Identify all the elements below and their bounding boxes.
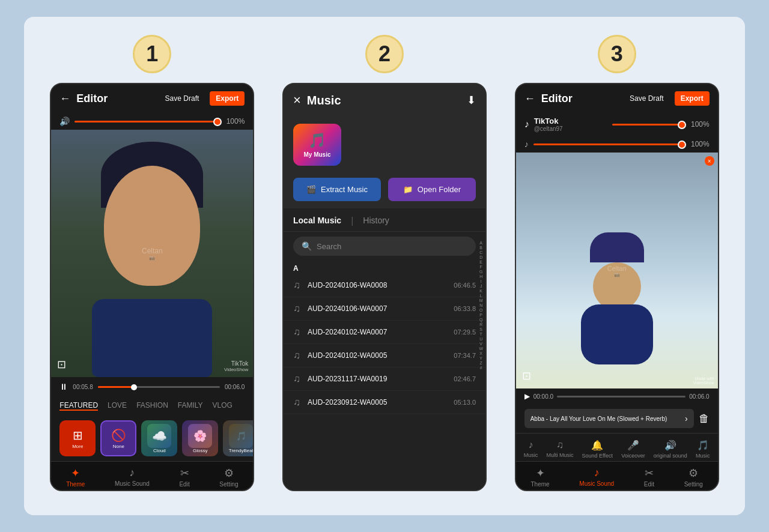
cat-fashion[interactable]: FASHION	[136, 401, 168, 411]
local-tabs: Local Music | History	[284, 208, 485, 232]
tab-divider: |	[351, 216, 353, 226]
timeline-row-3: ▶ 00:00.0 00:06.0	[516, 388, 718, 404]
bottom-nav-1: ✦ Theme ♪ Music Sound ✂ Edit ⚙ Setting	[51, 461, 253, 490]
tool-multi-music[interactable]: ♫ Multi Music	[546, 440, 573, 459]
tiktok-name: TikTok	[534, 116, 608, 125]
close-overlay-icon[interactable]: ×	[705, 156, 714, 166]
save-draft-button-3[interactable]: Save Draft	[625, 92, 669, 105]
sound-effect-icon: 🔔	[591, 440, 603, 451]
volume-row-1: 🔊 100%	[51, 113, 253, 130]
my-music-label: My Music	[303, 151, 330, 158]
music-tile-none[interactable]: 🚫 None	[100, 420, 136, 456]
music-tile-more[interactable]: ⊞ More	[59, 420, 96, 456]
crop-icon-3[interactable]: ⊡	[522, 369, 531, 382]
nav-music-3[interactable]: ♪ Music Sound	[579, 467, 614, 488]
editor-title-1: Editor	[76, 92, 154, 105]
video-preview-1: Celtan 📷 TikTok VideoShow ⊡	[51, 130, 253, 377]
music-item-1[interactable]: ♫ AUD-20240106-WA0008 06:46.5	[284, 274, 485, 297]
tab-local-music[interactable]: Local Music	[293, 216, 341, 226]
main-container: 1 ← Editor Save Draft Export 🔊 100%	[24, 17, 745, 515]
edit-icon-1: ✂	[180, 467, 189, 480]
search-bar[interactable]: 🔍 Search	[293, 237, 476, 256]
timeline-bar-1[interactable]	[98, 386, 220, 388]
music-item-2[interactable]: ♫ AUD-20240106-WA0007 06:33.8	[284, 297, 485, 321]
music-dur-1: 06:46.5	[454, 282, 476, 289]
music-icon-1: ♪	[129, 467, 135, 479]
cat-family[interactable]: FAMILY	[178, 401, 203, 411]
play-button-3[interactable]: ▶	[524, 392, 530, 401]
search-input[interactable]: Search	[317, 242, 341, 251]
song-name-block[interactable]: Abba - Lay All Your Love On Me (Slowed +…	[524, 409, 694, 428]
tool-music[interactable]: ♪ Music	[524, 440, 538, 459]
cat-love[interactable]: LOVE	[108, 401, 127, 411]
tool-voiceover[interactable]: 🎤 Voiceover	[621, 440, 645, 459]
tool-sound-effect[interactable]: 🔔 Sound Effect	[582, 440, 613, 459]
nav-setting-1[interactable]: ⚙ Setting	[219, 467, 238, 488]
close-music-icon[interactable]: ×	[293, 92, 301, 108]
cat-featured[interactable]: FEATURED	[59, 401, 98, 411]
celtan-wm-3: Celtan 📷	[607, 264, 627, 277]
music2-icon: 🎵	[697, 440, 709, 451]
export-button-1[interactable]: Export	[210, 91, 245, 106]
watermark-1: TikTok VideoShow	[224, 360, 248, 372]
back-icon[interactable]: ←	[59, 92, 70, 105]
export-button-3[interactable]: Export	[675, 91, 710, 106]
back-icon-3[interactable]: ←	[524, 92, 535, 105]
nav-theme-1[interactable]: ✦ Theme	[66, 467, 85, 488]
video-area-3: Celtan 📷 × Made withVideoShow ⊡	[516, 153, 718, 388]
time-end-3: 00:06.0	[689, 393, 709, 400]
open-folder-button[interactable]: 📁 Open Folder	[388, 178, 476, 201]
music-name-3: AUD-20240102-WA0007	[308, 328, 446, 336]
cat-vlog[interactable]: VLOG	[213, 401, 233, 411]
tiktok-info: TikTok @celtan97	[534, 116, 608, 132]
snow-baby	[581, 232, 653, 364]
music-vol-slider-3[interactable]	[533, 144, 686, 145]
folder-icon: 📁	[403, 185, 413, 194]
action-buttons: 🎬 Extract Music 📁 Open Folder	[284, 173, 485, 208]
pause-button-1[interactable]: ⏸	[59, 382, 68, 391]
crop-icon-1[interactable]: ⊡	[57, 358, 66, 371]
save-draft-button-1[interactable]: Save Draft	[160, 92, 204, 105]
nav-theme-3[interactable]: ✦ Theme	[531, 467, 550, 488]
music-item-3[interactable]: ♫ AUD-20240102-WA0007 07:29.5	[284, 321, 485, 344]
music-dur-4: 07:34.7	[454, 352, 476, 359]
music-tile-cloud[interactable]: ☁️ Cloud	[141, 420, 177, 456]
section-a-label: A	[284, 261, 485, 274]
music-title: Music	[307, 94, 461, 107]
search-icon: 🔍	[302, 241, 312, 251]
my-music-card[interactable]: 🎵 My Music	[293, 124, 341, 166]
nav-edit-1[interactable]: ✂ Edit	[179, 467, 189, 488]
tab-history[interactable]: History	[363, 216, 389, 226]
step-1-number: 1	[133, 35, 171, 73]
volume-slider-1[interactable]	[74, 121, 221, 122]
nav-edit-3[interactable]: ✂ Edit	[644, 467, 654, 488]
music-note-icon-6: ♫	[293, 397, 300, 408]
video-vol-slider[interactable]	[612, 124, 686, 125]
multi-music-icon: ♫	[556, 440, 564, 450]
time-end-1: 00:06.0	[225, 384, 245, 390]
extract-music-button[interactable]: 🎬 Extract Music	[293, 178, 381, 201]
trash-icon[interactable]: 🗑	[699, 413, 710, 425]
music-tile-glossy[interactable]: 🌸 Glossy	[182, 420, 218, 456]
phone-frame-1: ← Editor Save Draft Export 🔊 100%	[50, 83, 254, 491]
phone-frame-3: ← Editor Save Draft Export ♪ TikTok @cel…	[515, 83, 719, 491]
extract-icon: 🎬	[306, 185, 316, 194]
watermark-3: Made withVideoShow	[693, 376, 714, 385]
nav-music-1[interactable]: ♪ Music Sound	[115, 467, 150, 488]
time-start-1: 00:05.8	[73, 384, 93, 390]
music-header: × Music ⬇	[284, 84, 485, 116]
music-item-6[interactable]: ♫ AUD-20230912-WA0005 05:13.0	[284, 391, 485, 414]
timeline-track-3[interactable]	[557, 396, 685, 397]
tool-original-sound[interactable]: 🔊 original sound	[654, 440, 687, 459]
music-vol-thumb-3	[678, 141, 686, 149]
music-grid-1: ⊞ More 🚫 None ☁️ Cloud 🌸 G	[51, 416, 253, 461]
original-sound-icon: 🔊	[664, 440, 676, 451]
music-tile-trendy[interactable]: 🎵 TrendyBeat	[223, 420, 253, 456]
download-icon[interactable]: ⬇	[467, 94, 476, 107]
nav-setting-3[interactable]: ⚙ Setting	[684, 467, 703, 488]
setting-icon-1: ⚙	[224, 467, 234, 480]
music-item-5[interactable]: ♫ AUD-20231117-WA0019 02:46.7	[284, 367, 485, 391]
tool-music-2[interactable]: 🎵 Music	[696, 440, 710, 459]
step-1-col: 1 ← Editor Save Draft Export 🔊 100%	[48, 35, 257, 491]
music-item-4[interactable]: ♫ AUD-20240102-WA0005 07:34.7	[284, 344, 485, 367]
